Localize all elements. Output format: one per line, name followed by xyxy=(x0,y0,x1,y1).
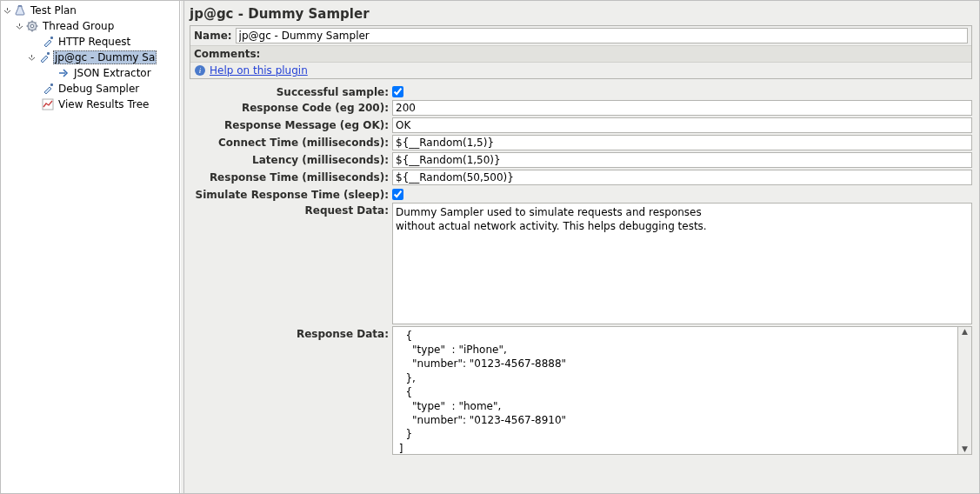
response-time-input[interactable] xyxy=(392,170,972,185)
tree-label: Debug Sampler xyxy=(57,83,141,95)
collapse-icon[interactable] xyxy=(15,22,23,30)
name-input[interactable] xyxy=(236,28,968,43)
collapse-icon[interactable] xyxy=(3,6,11,15)
name-label: Name: xyxy=(194,30,232,42)
tree-label: Test Plan xyxy=(29,4,78,17)
response-message-label: Response Message (eg OK): xyxy=(190,117,392,131)
chart-icon xyxy=(41,97,55,111)
successful-sample-checkbox[interactable] xyxy=(392,86,403,97)
svg-rect-16 xyxy=(50,83,53,86)
response-data-textarea[interactable] xyxy=(392,326,958,455)
app-window: Test Plan Thread Group HTTP Request xyxy=(0,0,980,494)
form-area: Successful sample: Response Code (eg 200… xyxy=(190,79,972,490)
collapse-icon[interactable] xyxy=(27,53,36,62)
response-time-label: Response Time (milliseconds): xyxy=(190,170,392,184)
tree-label: View Results Tree xyxy=(57,98,150,110)
flask-icon xyxy=(13,3,27,17)
svg-rect-1 xyxy=(18,5,22,7)
gear-icon xyxy=(25,19,39,33)
tree-node-json-extractor[interactable]: JSON Extractor xyxy=(3,65,179,81)
response-code-label: Response Code (eg 200): xyxy=(190,100,392,114)
arrow-right-icon xyxy=(57,66,70,80)
connect-time-input[interactable] xyxy=(392,135,972,150)
help-link[interactable]: Help on this plugin xyxy=(210,64,308,77)
svg-rect-15 xyxy=(47,52,50,55)
tree-label: HTTP Request xyxy=(57,36,132,48)
test-plan-tree[interactable]: Test Plan Thread Group HTTP Request xyxy=(1,1,180,493)
pipette-icon xyxy=(41,82,55,96)
pipette-icon xyxy=(37,50,51,64)
simulate-sleep-label: Simulate Response Time (sleep): xyxy=(190,187,392,201)
scroll-down-icon[interactable]: ▼ xyxy=(962,445,968,453)
sampler-config-panel: jp@gc - Dummy Sampler Name: Comments: i … xyxy=(184,1,979,493)
latency-label: Latency (milliseconds): xyxy=(190,152,392,166)
tree-node-dummy-sampler[interactable]: jp@gc - Dummy Sa xyxy=(3,50,179,65)
request-data-label: Request Data: xyxy=(190,203,392,217)
response-code-input[interactable] xyxy=(392,100,972,116)
response-data-label: Response Data: xyxy=(190,326,392,340)
svg-point-4 xyxy=(30,24,34,28)
tree-node-debug-sampler[interactable]: Debug Sampler xyxy=(3,81,179,97)
latency-input[interactable] xyxy=(392,152,972,168)
request-data-textarea[interactable] xyxy=(392,203,972,324)
connect-time-label: Connect Time (milliseconds): xyxy=(190,135,392,149)
tree-label: Thread Group xyxy=(41,20,116,32)
tree-node-test-plan[interactable]: Test Plan xyxy=(3,3,179,18)
response-message-input[interactable] xyxy=(392,117,972,133)
comments-label: Comments: xyxy=(190,45,971,63)
response-data-scrollbar[interactable]: ▲ ▼ xyxy=(958,326,972,455)
tree-node-thread-group[interactable]: Thread Group xyxy=(3,18,179,34)
header-box: Name: Comments: i Help on this plugin xyxy=(190,25,972,79)
tree-label: JSON Extractor xyxy=(72,67,153,79)
simulate-sleep-checkbox[interactable] xyxy=(392,189,403,200)
successful-sample-label: Successful sample: xyxy=(190,84,392,98)
tree-node-http-request[interactable]: HTTP Request xyxy=(3,34,179,50)
pipette-icon xyxy=(41,35,55,49)
tree-label: jp@gc - Dummy Sa xyxy=(53,50,157,64)
info-icon: i xyxy=(194,64,206,77)
svg-rect-13 xyxy=(50,37,53,39)
panel-title: jp@gc - Dummy Sampler xyxy=(190,6,972,25)
tree-node-view-results-tree[interactable]: View Results Tree xyxy=(3,97,179,112)
scroll-up-icon[interactable]: ▲ xyxy=(962,328,968,336)
